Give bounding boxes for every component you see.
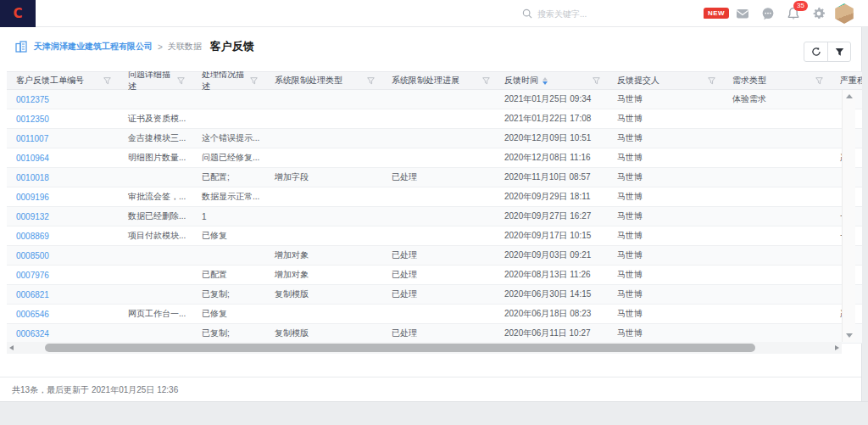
breadcrumb-separator: > (158, 42, 163, 52)
cell-submitter: 马世博 (610, 288, 726, 300)
table-row[interactable]: 0008500 增加对象 已处理 2020年09月03日 09:21 马世博 (7, 246, 862, 266)
ticket-id-link[interactable]: 0007976 (7, 271, 121, 280)
table-row[interactable]: 0010964 明细图片数量... 问题已经修复... 2020年12月08日 … (7, 148, 862, 168)
cell-handling: 已修复 (195, 230, 268, 242)
cell-feedback-time: 2020年11月10日 08:57 (500, 171, 610, 183)
global-search[interactable] (522, 5, 682, 22)
cell-handling: 数据显示正常... (195, 191, 268, 203)
cell-problem: 证书及资质模... (121, 113, 195, 125)
table-row[interactable]: 0010018 已配置; 增加字段 已处理 2020年11月10日 08:57 … (7, 168, 862, 187)
ticket-id-link[interactable]: 0008500 (7, 251, 121, 260)
cell-problem: 网页工作台一... (121, 308, 195, 320)
table-row[interactable]: 0012375 2021年01月25日 09:34 马世博 体验需求 (7, 90, 862, 109)
horizontal-scrollbar[interactable] (7, 342, 842, 354)
table-row[interactable]: 0011007 金吉捷模块三... 这个错误提示... 2020年12月09日 … (7, 129, 862, 148)
sort-toggle[interactable] (542, 77, 548, 85)
ticket-id-link[interactable]: 0012350 (7, 115, 121, 124)
mail-icon[interactable] (736, 7, 749, 20)
ticket-id-link[interactable]: 0010964 (7, 154, 121, 163)
table-header-row: 客户反馈工单编号 问题详细描述 处理情况描述 系统限制处理类型 (7, 71, 862, 90)
user-avatar[interactable] (834, 3, 854, 24)
gear-icon[interactable] (812, 7, 826, 20)
cell-handling: 已复制; (195, 327, 268, 339)
table-row[interactable]: 0009196 审批流会签，... 数据显示正常... 2020年09月29日 … (7, 187, 862, 207)
app-logo[interactable]: C (0, 0, 36, 27)
table-row[interactable]: 0007976 已配置 增加对象 已处理 2020年08月13日 11:26 马… (7, 266, 862, 285)
column-label: 系统限制处理进展 (392, 75, 459, 87)
column-filter-icon[interactable] (103, 77, 111, 85)
cell-problem: 金吉捷模块三... (121, 132, 195, 144)
column-filter-icon[interactable] (708, 77, 715, 85)
column-header[interactable]: 问题详细描述 (121, 72, 195, 89)
ticket-id-link[interactable]: 0006821 (7, 290, 121, 299)
column-filter-icon[interactable] (367, 77, 375, 85)
horizontal-scroll-thumb[interactable] (45, 344, 755, 352)
cell-feedback-time: 2020年09月17日 10:15 (500, 230, 610, 242)
scroll-up-arrow[interactable] (846, 94, 853, 98)
column-header[interactable]: 严重程度 (833, 72, 862, 89)
ticket-id-link[interactable]: 0008869 (7, 232, 121, 241)
ticket-id-link[interactable]: 0009196 (7, 193, 121, 202)
cell-handling: 问题已经修复... (195, 152, 268, 164)
breadcrumb-company-link[interactable]: 天津润泽建业建筑工程有限公司 (34, 41, 153, 53)
sort-desc-icon[interactable] (542, 81, 548, 85)
cell-submitter: 马世博 (610, 210, 726, 222)
scroll-down-arrow[interactable] (846, 333, 853, 338)
cell-limit-progress: 已处理 (385, 327, 500, 339)
cell-submitter: 马世博 (610, 230, 726, 242)
notification-badge: 35 (793, 1, 808, 11)
chat-icon[interactable] (761, 7, 775, 20)
record-count-summary: 共13条，最后更新于 2021年01月25日 12:36 (12, 384, 178, 396)
cell-submitter: 马世博 (610, 269, 726, 281)
column-filter-icon[interactable] (177, 77, 185, 85)
content-card: 天津润泽建业建筑工程有限公司 > 关联数据 客户反馈 客户反馈工单编号 (0, 27, 862, 401)
table-row[interactable]: 0008869 项目付款模块... 已修复 2020年09月17日 10:15 … (7, 226, 862, 246)
filter-button[interactable] (827, 42, 850, 61)
column-header[interactable]: 反馈提交人 (610, 72, 726, 89)
search-input[interactable] (537, 9, 682, 19)
table-row[interactable]: 0009132 数据已经删除... 1 2020年09月27日 16:27 马世… (7, 207, 862, 226)
table-row[interactable]: 0012350 证书及资质模... 2021年01月22日 17:08 马世博 (7, 109, 862, 129)
table-row[interactable]: 0006324 已复制; 复制模版 已处理 2020年06月11日 10:27 … (7, 324, 862, 344)
table-row[interactable]: 0006546 网页工作台一... 已修复 2020年06月18日 08:23 … (7, 305, 862, 324)
ticket-id-link[interactable]: 0009132 (7, 212, 121, 221)
cell-feedback-time: 2021年01月22日 17:08 (500, 113, 610, 125)
column-header[interactable]: 反馈时间 (500, 72, 610, 89)
cell-feedback-time: 2020年09月29日 18:11 (500, 191, 610, 203)
column-filter-icon[interactable] (250, 77, 258, 85)
refresh-button[interactable] (804, 42, 827, 61)
scroll-left-arrow[interactable] (9, 345, 14, 350)
cell-submitter: 马世博 (610, 327, 726, 339)
ticket-id-link[interactable]: 0011007 (7, 134, 121, 143)
ticket-id-link[interactable]: 0010018 (7, 173, 121, 182)
column-filter-icon[interactable] (815, 77, 823, 85)
new-badge[interactable]: NEW (704, 8, 729, 19)
cell-demand-type: 体验需求 (726, 93, 833, 105)
cell-limit-type: 增加对象 (268, 249, 385, 261)
cell-feedback-time: 2020年06月11日 10:27 (500, 327, 610, 339)
column-label: 严重程度 (840, 75, 862, 87)
ticket-id-link[interactable]: 0012375 (7, 95, 121, 104)
column-filter-icon[interactable] (482, 77, 490, 85)
column-filter-icon[interactable] (593, 77, 600, 85)
table-row[interactable]: 0006821 已复制; 复制模版 已处理 2020年06月30日 14:15 … (7, 285, 862, 305)
column-label: 客户反馈工单编号 (16, 75, 84, 87)
column-header[interactable]: 客户反馈工单编号 (7, 72, 121, 89)
column-header[interactable]: 系统限制处理进展 (385, 72, 500, 89)
cell-handling: 已配置; (195, 171, 268, 183)
scroll-right-arrow[interactable] (835, 345, 839, 350)
ticket-id-link[interactable]: 0006546 (7, 310, 121, 319)
vertical-scrollbar[interactable] (842, 90, 855, 342)
cell-handling: 已配置 (195, 269, 268, 281)
cell-problem: 明细图片数量... (121, 152, 195, 164)
cell-problem: 数据已经删除... (121, 210, 195, 222)
cell-submitter: 马世博 (610, 152, 726, 164)
company-icon (15, 41, 27, 53)
sort-asc-icon[interactable] (542, 77, 548, 81)
cell-feedback-time: 2020年06月30日 14:15 (500, 288, 610, 300)
ticket-id-link[interactable]: 0006324 (7, 329, 121, 338)
column-label: 需求类型 (732, 75, 766, 87)
column-header[interactable]: 需求类型 (726, 72, 833, 89)
column-header[interactable]: 处理情况描述 (195, 72, 268, 89)
column-header[interactable]: 系统限制处理类型 (268, 72, 385, 89)
